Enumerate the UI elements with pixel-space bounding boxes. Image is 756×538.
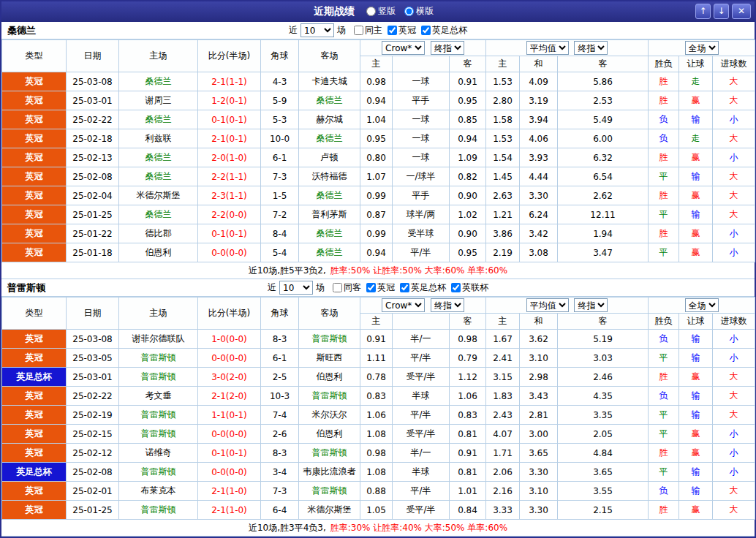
home-team[interactable]: 谢菲尔德联队: [119, 330, 198, 349]
layout-radio-vertical[interactable]: 竖版: [366, 5, 396, 18]
asia-away-odds: 1.09: [450, 148, 486, 167]
filter-checkbox[interactable]: [388, 26, 397, 35]
filter-option[interactable]: 英足总杯: [416, 24, 467, 37]
result-handicap: 赢: [679, 501, 713, 520]
euro-home-odds: 2.06: [486, 463, 520, 482]
radio-input[interactable]: [366, 7, 376, 16]
home-team[interactable]: 利兹联: [119, 129, 198, 148]
away-team[interactable]: 普雷斯顿: [299, 444, 360, 463]
away-team[interactable]: 桑德兰: [299, 91, 360, 110]
result-scope-select[interactable]: 全场: [685, 41, 719, 55]
asia-handicap: 一球: [393, 148, 450, 167]
home-team[interactable]: 伯恩利: [119, 243, 198, 262]
away-team[interactable]: 伯恩利: [299, 368, 360, 387]
euro-odds-time-select[interactable]: 终指: [574, 298, 608, 312]
match-date: 25-02-19: [67, 406, 119, 425]
away-team[interactable]: 卡迪夫城: [299, 72, 360, 91]
result-handicap: 走: [679, 72, 713, 91]
euro-draw-odds: 3.08: [520, 243, 558, 262]
away-team[interactable]: 沃特福德: [299, 167, 360, 186]
filter-option[interactable]: 同主: [349, 24, 382, 37]
home-team[interactable]: 桑德兰: [119, 72, 198, 91]
asia-away-odds: 0.91: [450, 444, 486, 463]
summary-stats: 胜率:30% 让胜率:40% 大率:50% 单率:60%: [330, 522, 507, 534]
radio-input[interactable]: [404, 7, 414, 16]
filter-checkbox[interactable]: [421, 26, 431, 35]
asia-odds-time-select[interactable]: 终指: [431, 298, 464, 312]
home-team[interactable]: 普雷斯顿: [119, 406, 198, 425]
close-button[interactable]: ✕: [732, 4, 751, 19]
result-scope-select[interactable]: 全场: [685, 298, 719, 312]
recent-count-select[interactable]: 10: [279, 281, 313, 295]
away-team[interactable]: 普雷斯顿: [299, 482, 360, 501]
filter-checkbox[interactable]: [354, 26, 363, 35]
away-team[interactable]: 卢顿: [299, 148, 360, 167]
away-team[interactable]: 桑德兰: [299, 243, 360, 262]
away-team[interactable]: 桑德兰: [299, 186, 360, 205]
home-team[interactable]: 德比郡: [119, 224, 198, 243]
away-team[interactable]: 普雷斯顿: [299, 330, 360, 349]
euro-odds-source-select[interactable]: 平均值: [526, 41, 569, 55]
away-team[interactable]: 桑德兰: [299, 129, 360, 148]
home-team[interactable]: 桑德兰: [119, 167, 198, 186]
away-team[interactable]: 米尔沃尔: [299, 406, 360, 425]
away-team[interactable]: 普雷斯顿: [299, 387, 360, 406]
away-team[interactable]: 普利茅斯: [299, 205, 360, 224]
filter-option[interactable]: 英联杯: [446, 281, 488, 294]
home-team[interactable]: 米德尔斯堡: [119, 186, 198, 205]
filter-checkbox[interactable]: [451, 283, 461, 292]
home-team[interactable]: 普雷斯顿: [119, 368, 198, 387]
away-team[interactable]: 米德尔斯堡: [299, 501, 360, 520]
match-row: 英冠 25-02-22 考文垂 2-1(2-0) 10-3 普雷斯顿 0.83 …: [2, 387, 755, 406]
bookmaker-select[interactable]: Crow*: [382, 298, 425, 312]
home-team[interactable]: 普雷斯顿: [119, 349, 198, 368]
filter-option[interactable]: 同客: [328, 281, 361, 294]
home-team[interactable]: 桑德兰: [119, 110, 198, 129]
home-team[interactable]: 普雷斯顿: [119, 425, 198, 444]
home-team[interactable]: 诺维奇: [119, 444, 198, 463]
filter-prefix-label: 近: [289, 24, 298, 37]
away-team[interactable]: 斯旺西: [299, 349, 360, 368]
recent-count-select[interactable]: 10: [300, 23, 334, 37]
euro-home-odds: 3.33: [486, 501, 520, 520]
euro-away-odds: 3.55: [558, 482, 649, 501]
layout-radio-horizontal[interactable]: 横版: [404, 5, 434, 18]
home-team[interactable]: 考文垂: [119, 387, 198, 406]
away-team[interactable]: 韦康比流浪者: [299, 463, 360, 482]
league-badge: 英冠: [2, 387, 67, 406]
euro-draw-odds: 3.62: [520, 330, 558, 349]
filter-checkbox[interactable]: [366, 283, 376, 292]
match-date: 25-03-08: [67, 330, 119, 349]
filter-option[interactable]: 英足总杯: [395, 281, 446, 294]
filter-option[interactable]: 英冠: [382, 24, 416, 37]
home-team[interactable]: 普雷斯顿: [119, 463, 198, 482]
euro-odds-source-select[interactable]: 平均值: [526, 298, 569, 312]
result-handicap: 输: [679, 205, 713, 224]
home-team[interactable]: 桑德兰: [119, 205, 198, 224]
euro-home-odds: 4.07: [486, 425, 520, 444]
move-up-button[interactable]: ↑: [695, 4, 711, 19]
away-team[interactable]: 赫尔城: [299, 110, 360, 129]
bookmaker-select[interactable]: Crow*: [382, 41, 425, 55]
filter-option[interactable]: 英冠: [361, 281, 395, 294]
home-team[interactable]: 桑德兰: [119, 148, 198, 167]
euro-odds-time-select[interactable]: 终指: [574, 41, 608, 55]
home-team[interactable]: 谢周三: [119, 91, 198, 110]
home-team[interactable]: 普雷斯顿: [119, 501, 198, 520]
league-badge: 英冠: [2, 482, 67, 501]
asia-handicap: 半球: [393, 387, 450, 406]
filter-checkbox[interactable]: [333, 283, 342, 292]
asia-odds-time-select[interactable]: 终指: [431, 41, 464, 55]
move-down-button[interactable]: ↓: [714, 4, 729, 19]
away-team[interactable]: 伯恩利: [299, 425, 360, 444]
home-team[interactable]: 布莱克本: [119, 482, 198, 501]
filter-checkbox[interactable]: [400, 283, 409, 292]
corner-score: 7-2: [261, 205, 299, 224]
match-date: 25-02-01: [67, 482, 119, 501]
euro-away-odds: 6.00: [558, 129, 649, 148]
euro-home-odds: 2.41: [486, 349, 520, 368]
league-badge: 英冠: [2, 349, 67, 368]
away-team[interactable]: 桑德兰: [299, 224, 360, 243]
euro-home-odds: 3.86: [486, 224, 520, 243]
match-row: 英冠 25-01-22 德比郡 0-1(0-1) 8-4 桑德兰 0.99 受半…: [2, 224, 755, 243]
